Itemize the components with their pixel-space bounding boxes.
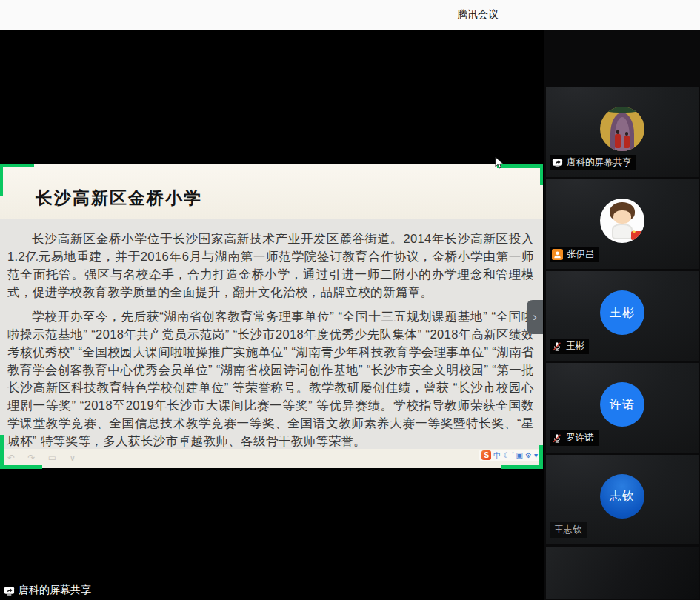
sidebar-spacer xyxy=(544,30,700,87)
participant-name-label: 王彬 xyxy=(550,339,589,354)
participant-name: 唐科的屏幕共享 xyxy=(567,156,632,169)
remote-cursor-icon xyxy=(495,156,505,173)
mic-muted-icon xyxy=(552,433,562,444)
ime-punct-icon: ☾ xyxy=(503,450,510,460)
slide-body: 长沙高新区金桥小学位于长沙国家高新技术产业开发区麓谷街道。2014年长沙高新区投… xyxy=(0,219,543,449)
avatar: 志钦 xyxy=(600,474,644,519)
participant-name: 王彬 xyxy=(566,340,584,353)
slide-paragraph-1: 长沙高新区金桥小学位于长沙国家高新技术产业开发区麓谷街道。2014年长沙高新区投… xyxy=(7,230,534,301)
avatar: 王彬 xyxy=(600,290,644,335)
ime-toolbar: S 中 ☾ ’ ▣ ⚙ ▾ xyxy=(479,450,540,461)
window-titlebar: 腾讯会议 xyxy=(0,0,700,30)
ime-quote-icon: ’ xyxy=(512,450,513,460)
member-icon xyxy=(552,249,563,260)
screen-share-icon xyxy=(4,585,15,596)
share-border-bottom-left-h xyxy=(0,465,42,469)
share-border-top-right-v xyxy=(540,164,543,185)
avatar xyxy=(600,199,644,243)
ime-more-icon: ▾ xyxy=(534,450,538,460)
share-border-bottom-left-v xyxy=(0,435,4,469)
share-border-bottom-right-v xyxy=(539,445,543,469)
slide-header: 长沙高新区金桥小学 xyxy=(0,164,543,219)
participant-name-label: 罗许诺 xyxy=(550,430,599,446)
ime-logo-icon: S xyxy=(481,450,491,460)
share-border-bottom-right-h xyxy=(501,465,543,469)
share-border-top-left-h xyxy=(0,164,34,167)
participant-name: 王志钦 xyxy=(554,524,582,536)
window-title: 腾讯会议 xyxy=(457,8,499,21)
mic-muted-icon xyxy=(552,341,562,352)
participant-tile-screenshare[interactable]: 唐科的屏幕共享 xyxy=(546,87,699,177)
participant-tile[interactable]: 志钦 王志钦 xyxy=(546,455,699,544)
participant-name-label: 张伊昌 xyxy=(550,247,599,262)
participant-name-label: 唐科的屏幕共享 xyxy=(550,155,636,170)
shared-screen-view: 长沙高新区金桥小学 长沙高新区金桥小学位于长沙国家高新技术产业开发区麓谷街道。2… xyxy=(0,164,543,468)
sharing-status-overlay: 唐科的屏幕共享 xyxy=(1,582,97,599)
screen-share-icon xyxy=(552,157,563,168)
participant-tile-partial[interactable] xyxy=(546,547,699,599)
participant-tile[interactable]: 张伊昌 xyxy=(546,179,699,269)
participant-tile[interactable]: 王彬 王彬 xyxy=(546,271,699,361)
sidebar-collapse-handle[interactable]: › xyxy=(527,300,543,334)
participants-sidebar: 唐科的屏幕共享 张伊昌 王彬 xyxy=(544,30,700,600)
sharing-status-text: 唐科的屏幕共享 xyxy=(19,584,91,597)
avatar xyxy=(600,107,644,151)
ime-lang-icon: 中 xyxy=(493,450,501,460)
ime-tools-icon: ⚙ xyxy=(525,450,532,460)
chevron-right-icon: › xyxy=(533,310,537,324)
slide-paragraph-2: 学校开办至今，先后获“湖南省创客教育常务理事单位” “全国十三五规划课题基地” … xyxy=(7,307,534,449)
avatar: 许诺 xyxy=(600,382,644,427)
participant-name: 张伊昌 xyxy=(567,248,595,261)
slide-title: 长沙高新区金桥小学 xyxy=(36,187,202,210)
share-border-top-left-v xyxy=(0,164,3,196)
slide-toolbar-ghost-icons: ↶ ↷ ▭ ∨ xyxy=(7,453,81,463)
slide-footer: ↶ ↷ ▭ ∨ S 中 ☾ ’ ▣ ⚙ ▾ xyxy=(0,449,543,468)
participant-tile[interactable]: 许诺 罗许诺 xyxy=(546,363,699,453)
participant-name: 罗许诺 xyxy=(566,432,594,444)
ime-picture-icon: ▣ xyxy=(516,450,523,460)
participant-name-label: 王志钦 xyxy=(550,522,587,538)
